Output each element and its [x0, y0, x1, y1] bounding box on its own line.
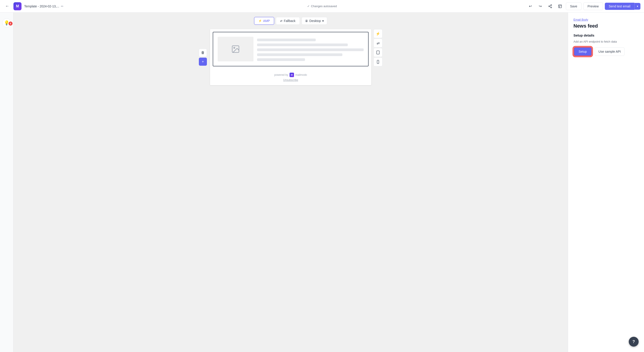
sample-api-button[interactable]: Use sample API: [595, 47, 625, 56]
powered-by-text: powered by: [274, 73, 288, 76]
amp-icon: ⚡: [258, 19, 262, 23]
content-line-2: [257, 44, 348, 46]
content-line-1: [257, 39, 316, 41]
setup-button[interactable]: Setup: [574, 47, 592, 56]
svg-line-4: [550, 5, 550, 6]
send-test-container: Send test email ▾: [605, 3, 641, 10]
toolbar-row: ⚡ AMP ⇄ Fallback 🖥 Desktop ▾: [254, 17, 327, 25]
side-toolbar: ⚡ ⇄: [374, 29, 382, 66]
api-description: Add an API endpoint to fetch data: [574, 40, 639, 43]
redo-button[interactable]: ↪: [536, 2, 544, 10]
api-setup-row: Setup Use sample API: [574, 47, 639, 56]
undo-button[interactable]: ↩: [526, 2, 534, 10]
send-test-dropdown[interactable]: ▾: [634, 3, 640, 10]
svg-line-3: [550, 7, 550, 7]
template-name: Template - 2024-02-13,...: [24, 5, 59, 8]
share-button[interactable]: [546, 2, 554, 10]
side-amp-icon: ⚡: [376, 32, 380, 36]
side-arrows-icon: ⇄: [377, 41, 380, 45]
powered-by-row: powered by M mailmodo: [214, 73, 368, 77]
news-feed-block[interactable]: [213, 32, 368, 66]
setup-details-heading: Setup details: [574, 33, 639, 37]
desktop-dropdown[interactable]: 🖥 Desktop ▾: [302, 17, 327, 25]
autosave-text: Changes autosaved: [311, 5, 337, 8]
fallback-tab[interactable]: ⇄ Fallback: [276, 17, 300, 25]
topbar: ← M Template - 2024-02-13,... ✏ ✓ Change…: [0, 0, 644, 13]
left-sidebar: 💡 4: [0, 13, 14, 352]
main-layout: 💡 4 ⚡ AMP ⇄ Fallback 🖥 Desktop ▾: [0, 13, 644, 352]
save-button[interactable]: Save: [566, 3, 582, 10]
help-button[interactable]: ?: [629, 337, 639, 347]
image-placeholder: [218, 37, 254, 61]
desktop-icon: 🖥: [305, 19, 308, 23]
dropdown-icon: ▾: [322, 19, 324, 23]
amp-label: AMP: [263, 19, 270, 23]
unsubscribe-link[interactable]: Unsubscribe: [214, 78, 368, 82]
content-line-4: [257, 53, 342, 56]
news-feed-item: [213, 32, 368, 66]
topbar-actions: ↩ ↪ Save Preview Send test email ▾: [526, 2, 640, 10]
side-amp-button[interactable]: ⚡: [374, 29, 382, 38]
template-button[interactable]: [556, 2, 564, 10]
email-container: 🗑 + ⚡ ⇄: [210, 29, 371, 85]
tips-badge: 4: [8, 22, 12, 26]
svg-point-11: [234, 47, 235, 48]
email-footer: powered by M mailmodo Unsubscribe: [210, 69, 371, 85]
desktop-label: Desktop: [310, 19, 321, 23]
template-title: Template - 2024-02-13,... ✏: [24, 5, 524, 8]
brand-name: mailmodo: [295, 73, 307, 76]
breadcrumb[interactable]: Email Body: [574, 18, 639, 21]
email-body: powered by M mailmodo Unsubscribe: [210, 32, 371, 85]
side-arrows-button[interactable]: ⇄: [374, 39, 382, 48]
canvas-area: ⚡ AMP ⇄ Fallback 🖥 Desktop ▾ 🗑 +: [14, 13, 568, 352]
news-feed-lines: [257, 37, 364, 61]
side-tablet-button[interactable]: [374, 48, 382, 57]
svg-rect-8: [377, 60, 379, 64]
trash-icon: 🗑: [201, 51, 205, 55]
svg-rect-6: [377, 51, 379, 54]
left-actions: 🗑 +: [199, 49, 207, 66]
svg-rect-5: [558, 5, 562, 8]
check-icon: ✓: [307, 5, 310, 8]
mailmodo-logo: M: [290, 73, 294, 77]
fallback-icon: ⇄: [280, 19, 282, 23]
content-line-5: [257, 58, 305, 61]
back-button[interactable]: ←: [4, 3, 11, 10]
app-logo: M: [14, 2, 22, 10]
side-phone-button[interactable]: [374, 57, 382, 66]
content-line-3: [257, 48, 364, 51]
svg-point-1: [548, 6, 550, 7]
autosave-status: ✓ Changes autosaved: [307, 5, 337, 8]
svg-point-0: [550, 5, 552, 6]
fallback-label: Fallback: [284, 19, 295, 23]
add-block-button[interactable]: +: [199, 58, 207, 66]
sidebar-title: News feed: [574, 23, 639, 29]
svg-point-2: [550, 7, 552, 8]
right-sidebar: Email Body News feed Setup details Add a…: [568, 13, 644, 352]
plus-icon: +: [202, 60, 204, 64]
delete-block-button[interactable]: 🗑: [199, 49, 207, 57]
amp-tab[interactable]: ⚡ AMP: [254, 17, 274, 25]
preview-button[interactable]: Preview: [583, 3, 603, 10]
edit-title-icon[interactable]: ✏: [61, 5, 64, 8]
send-test-button[interactable]: Send test email: [605, 3, 634, 10]
